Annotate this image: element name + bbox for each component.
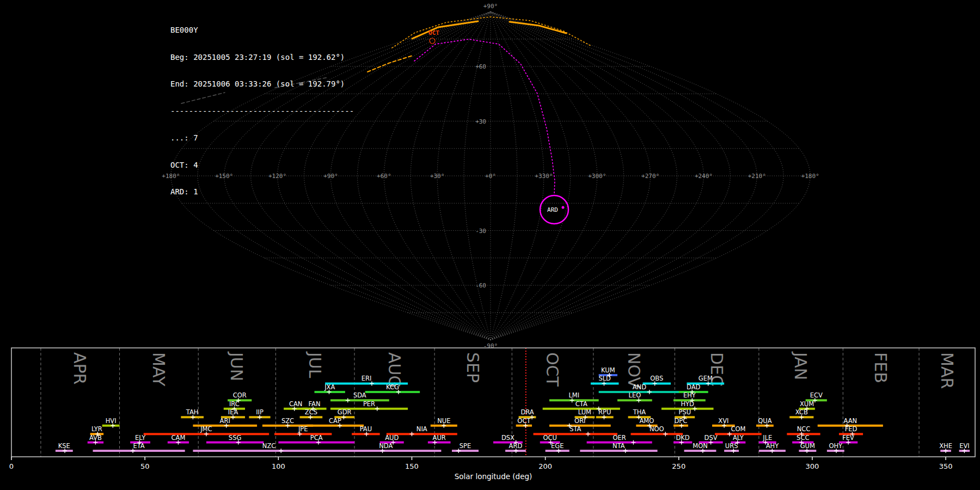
count-oct: OCT: 4 (170, 161, 354, 170)
shower-label-ELY: ELY (135, 434, 146, 442)
x-tick-label: 0 (9, 462, 14, 470)
x-tick-label: 150 (405, 462, 419, 470)
month-label: APR (70, 352, 89, 384)
month-label: JUN (227, 351, 246, 381)
shower-label-JMC: JMC (200, 425, 212, 433)
shower-label-CAN: CAN (289, 400, 303, 408)
shower-label-GEM: GEM (699, 375, 713, 382)
shower-label-GUM: GUM (800, 442, 815, 450)
shower-label-IIP: IIP (256, 408, 264, 416)
shower-label-RPU: RPU (598, 408, 611, 416)
shower-label-NUE: NUE (437, 417, 450, 425)
shower-label-DAD: DAD (687, 383, 701, 391)
shower-label-XCB: XCB (795, 408, 808, 416)
shower-label-THA: THA (633, 408, 646, 416)
shower-label-OCT: OCT (517, 417, 531, 425)
shower-label-ZCS: ZCS (305, 408, 317, 416)
activity-timeline-canvas: APRMAYJUNJULAUGSEPOCTNOVDECJANFEBMARKUME… (0, 0, 980, 490)
shower-label-DKD: DKD (676, 434, 689, 442)
shower-label-OBS: OBS (650, 375, 663, 382)
shower-label-XHE: XHE (939, 442, 952, 450)
shower-label-PER: PER (363, 400, 375, 408)
shower-label-MON: MON (693, 442, 708, 450)
shower-label-SSG: SSG (229, 434, 242, 442)
x-axis-title: Solar longitude (deg) (455, 472, 532, 481)
shower-label-SLD: SLD (598, 375, 611, 382)
shower-label-IRC: IRC (229, 400, 240, 408)
month-label: SEP (463, 352, 482, 383)
shower-label-SCC: SCC (797, 434, 809, 442)
shower-label-COM: COM (731, 425, 745, 433)
shower-label-NZC: NZC (262, 442, 276, 450)
shower-label-DSV: DSV (705, 434, 718, 442)
shower-label-EVI: EVI (959, 442, 970, 450)
info-panel: BE000Y Beg: 20251005 23:27:19 (sol = 192… (170, 8, 354, 215)
shower-label-CAP: CAP (329, 417, 341, 425)
shower-label-NDA: NDA (379, 442, 393, 450)
shower-label-ECV: ECV (810, 391, 823, 399)
shower-label-AND: AND (633, 383, 646, 391)
shower-label-QUA: QUA (758, 417, 771, 425)
shower-label-DRA: DRA (520, 408, 534, 416)
x-tick-label: 50 (140, 462, 150, 470)
shower-label-DSX: DSX (501, 434, 514, 442)
shower-label-JLE: JLE (762, 434, 772, 442)
shower-label-NOO: NOO (650, 425, 664, 433)
shower-label-PCA: PCA (310, 434, 323, 442)
shower-label-COR: COR (233, 391, 247, 399)
shower-label-HYD: HYD (681, 400, 694, 408)
shower-label-FEV: FEV (842, 434, 854, 442)
shower-label-HVI: HVI (106, 417, 117, 425)
shower-label-LEO: LEO (629, 391, 641, 399)
shower-label-PAU: PAU (360, 425, 372, 433)
shower-label-EGE: EGE (551, 442, 564, 450)
shower-label-SDA: SDA (353, 391, 366, 399)
shower-label-XVI: XVI (718, 417, 728, 425)
shower-label-SPE: SPE (460, 442, 471, 450)
shower-label-ALY: ALY (733, 434, 744, 442)
shower-label-ARI: ARI (220, 417, 230, 425)
shower-label-AHY: AHY (766, 442, 780, 450)
shower-label-XUM: XUM (800, 400, 814, 408)
shower-label-DPC: DPC (674, 417, 687, 425)
x-tick-label: 250 (672, 462, 685, 470)
month-label: MAY (149, 352, 168, 387)
shower-label-GDR: GDR (338, 408, 352, 416)
x-tick-label: 350 (939, 462, 953, 470)
shower-label-AMO: AMO (639, 417, 654, 425)
separator-line: ---------------------------------------- (170, 107, 354, 116)
shower-label-LMI: LMI (568, 391, 579, 399)
x-tick-label: 100 (272, 462, 285, 470)
shower-label-JXA: JXA (324, 383, 335, 391)
shower-label-LUM: LUM (578, 408, 591, 416)
shower-label-KCG: KCG (386, 383, 399, 391)
shower-label-JPE: JPE (298, 425, 308, 433)
shower-label-AAN: AAN (843, 417, 857, 425)
shower-label-OHY: OHY (829, 442, 843, 450)
count-ard: ARD: 1 (170, 187, 354, 197)
shower-label-LYR: LYR (91, 425, 102, 433)
shower-label-NCC: NCC (797, 425, 811, 433)
shower-label-EHY: EHY (683, 391, 696, 399)
begin-time-line: Beg: 20251005 23:27:19 (sol = 192.62°) (170, 53, 354, 62)
shower-label-CTA: CTA (575, 400, 587, 408)
shower-label-IEA: IEA (228, 408, 238, 416)
shower-label-KUM: KUM (601, 366, 615, 374)
shower-label-TAH: TAH (186, 408, 199, 416)
month-label: JUL (305, 351, 324, 378)
shower-label-CAM: CAM (171, 434, 185, 442)
shower-label-AUR: AUR (433, 434, 446, 442)
shower-label-ETA: ETA (133, 442, 144, 450)
month-label: JAN (791, 351, 810, 380)
shower-label-KSE: KSE (58, 442, 70, 450)
shower-label-OCU: OCU (543, 434, 557, 442)
shower-label-NTA: NTA (612, 442, 625, 450)
shower-label-ORI: ORI (574, 417, 585, 425)
month-label: FEB (871, 352, 890, 383)
month-label: MAR (938, 352, 957, 389)
shower-label-AUD: AUD (385, 434, 399, 442)
x-tick-label: 200 (538, 462, 552, 470)
shower-label-ARD: ARD (509, 442, 523, 450)
count-unidentified: ...: 7 (170, 133, 354, 143)
shower-label-STA: STA (569, 425, 581, 433)
